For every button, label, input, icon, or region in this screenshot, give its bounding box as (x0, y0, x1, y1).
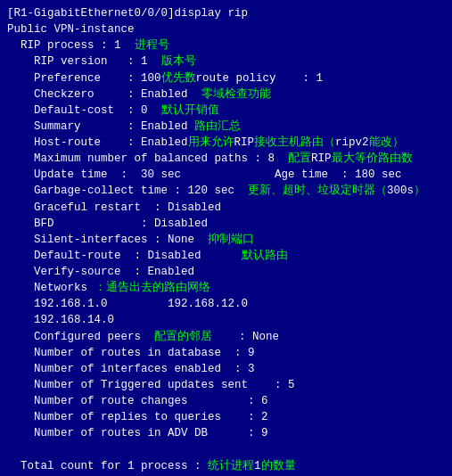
terminal-line-14: Silent-interfaces : None 抑制端口 (7, 232, 445, 248)
terminal-window: [R1-GigabitEthernet0/0/0]display ripPubl… (0, 0, 452, 476)
terminal-line-4: Preference : 100优先数route policy : 1 (7, 70, 445, 86)
terminal-line-20: Configured peers 配置的邻居 : None (7, 329, 445, 345)
terminal-line-5: Checkzero : Enabled 零域检查功能 (7, 86, 445, 103)
terminal-line-15: Default-route : Disabled 默认路由 (7, 248, 445, 264)
terminal-line-1: Public VPN-instance (7, 21, 445, 37)
terminal-line-26: Number of routes in ADV DB : 9 (7, 425, 445, 441)
terminal-line-0: [R1-GigabitEthernet0/0/0]display rip (7, 5, 445, 21)
terminal-line-6: Default-cost : 0 默认开销值 (7, 103, 445, 119)
terminal-line-8: Host-route : Enabled用来允许RIP接收主机路由（ripv2能… (7, 135, 445, 151)
terminal-line-13: BFD : Disabled (7, 216, 445, 232)
terminal-line-16: Verify-source : Enabled (7, 264, 445, 280)
terminal-line-3: RIP version : 1 版本号 (7, 53, 445, 70)
terminal-line-19: 192.168.14.0 (7, 312, 445, 328)
terminal-line-18: 192.168.1.0 192.168.12.0 (7, 296, 445, 312)
terminal-line-9: Maximum number of balanced paths : 8 配置R… (7, 151, 445, 167)
terminal-line-21: Number of routes in database : 9 (7, 345, 445, 361)
terminal-line-11: Garbage-collect time : 120 sec 更新、超时、垃圾定… (7, 183, 445, 199)
terminal-line-28: Total count for 1 process : 统计进程1的数量 (7, 458, 445, 474)
terminal-line-7: Summary : Enabled 路由汇总 (7, 119, 445, 135)
terminal-line-12: Graceful restart : Disabled (7, 200, 445, 216)
terminal-line-23: Number of Triggered updates sent : 5 (7, 377, 445, 393)
terminal-line-25: Number of replies to queries : 2 (7, 409, 445, 425)
terminal-line-24: Number of route changes : 6 (7, 393, 445, 409)
terminal-line-22: Number of interfaces enabled : 3 (7, 361, 445, 377)
terminal-output: [R1-GigabitEthernet0/0/0]display ripPubl… (7, 5, 445, 476)
terminal-line-17: Networks ：通告出去的路由网络 (7, 280, 445, 296)
terminal-line-2: RIP process : 1 进程号 (7, 37, 445, 53)
terminal-line-27 (7, 441, 445, 457)
terminal-line-10: Update time : 30 sec Age time : 180 sec (7, 167, 445, 183)
